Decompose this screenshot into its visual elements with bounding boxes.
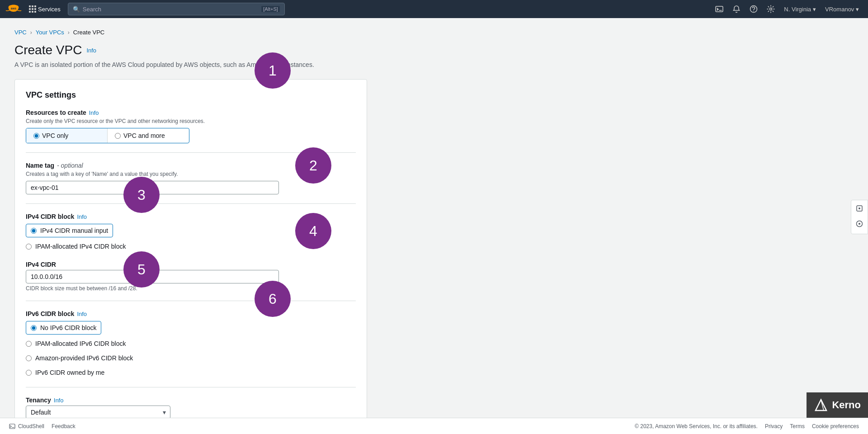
ipam-ipv6-radio[interactable] xyxy=(26,341,32,347)
annotation-6: 6 xyxy=(255,281,291,317)
breadcrumb: VPC › Your VPCs › Create VPC xyxy=(14,29,854,36)
breadcrumb-current: Create VPC xyxy=(73,29,104,36)
vpc-only-label: VPC only xyxy=(42,132,68,139)
page-description: A VPC is an isolated portion of the AWS … xyxy=(14,61,854,68)
ipv6-owned-option[interactable]: IPv6 CIDR owned by me xyxy=(26,367,356,378)
page-title: Create VPC xyxy=(14,43,82,57)
terms-link[interactable]: Terms xyxy=(790,423,805,429)
svg-point-3 xyxy=(754,11,755,12)
ipv4-cidr-hint: CIDR block size must be between /16 and … xyxy=(26,285,356,292)
vpc-only-radio[interactable] xyxy=(33,133,39,139)
ipv4-manual-label: IPv4 CIDR manual input xyxy=(40,227,108,234)
ipv4-cidr-info-link[interactable]: Info xyxy=(77,213,87,220)
feedback-link[interactable]: Feedback xyxy=(52,423,75,429)
user-button[interactable]: VRomanov ▾ xyxy=(821,4,863,14)
resources-label: Resources to create Info xyxy=(26,109,356,116)
vpc-and-more-radio[interactable] xyxy=(115,133,121,139)
services-button[interactable]: Services xyxy=(25,4,64,14)
user-label: VRomanov xyxy=(825,6,854,13)
region-label: N. Virginia xyxy=(784,6,811,13)
footer-copyright: © 2023, Amazon Web Services, Inc. or its… xyxy=(635,423,758,429)
name-tag-optional: - optional xyxy=(57,162,83,169)
sidebar-icon-2[interactable] xyxy=(853,217,866,232)
aws-logo[interactable]: aws xyxy=(5,4,22,14)
breadcrumb-your-vpcs[interactable]: Your VPCs xyxy=(36,29,64,36)
vpc-settings-card: VPC settings Resources to create Info Cr… xyxy=(14,79,367,434)
tenancy-section: Tenancy Info Default Dedicated Host ▾ xyxy=(26,396,356,419)
no-ipv6-option[interactable]: No IPv6 CIDR block xyxy=(26,321,101,335)
ipv6-owned-label: IPv6 CIDR owned by me xyxy=(35,369,104,376)
privacy-link[interactable]: Privacy xyxy=(765,423,783,429)
cookie-prefs-link[interactable]: Cookie preferences xyxy=(812,423,859,429)
breadcrumb-sep-1: › xyxy=(30,29,32,36)
ipv4-manual-radio[interactable] xyxy=(31,228,37,234)
search-icon: 🔍 xyxy=(73,6,80,13)
page-title-container: Create VPC Info xyxy=(14,43,854,57)
annotation-1: 1 xyxy=(255,52,291,89)
main-content: VPC › Your VPCs › Create VPC Create VPC … xyxy=(0,18,868,434)
tenancy-label: Tenancy Info xyxy=(26,396,356,404)
help-icon-btn[interactable] xyxy=(746,3,761,15)
svg-point-8 xyxy=(859,223,860,225)
resources-info-link[interactable]: Info xyxy=(89,109,99,116)
ipv6-cidr-info-link[interactable]: Info xyxy=(77,311,87,317)
ipv4-cidr-input-label: IPv4 CIDR xyxy=(26,261,356,268)
annotation-3: 3 xyxy=(123,177,160,213)
vpc-and-more-option[interactable]: VPC and more xyxy=(108,128,189,143)
ipv4-cidr-input-section: IPv4 CIDR CIDR block size must be betwee… xyxy=(26,261,356,292)
annotation-4: 4 xyxy=(295,213,331,249)
resources-radio-group: VPC only VPC and more xyxy=(26,128,189,143)
vpc-only-option[interactable]: VPC only xyxy=(26,128,108,143)
annotation-2: 2 xyxy=(295,147,331,184)
card-title: VPC settings xyxy=(26,90,356,100)
user-chevron: ▾ xyxy=(856,6,859,13)
search-shortcut: [Alt+S] xyxy=(261,6,280,12)
svg-point-6 xyxy=(859,208,860,209)
ipv6-owned-radio[interactable] xyxy=(26,370,32,376)
amazon-ipv6-label: Amazon-provided IPv6 CIDR block xyxy=(35,354,133,362)
ipv4-manual-option[interactable]: IPv4 CIDR manual input xyxy=(26,224,113,237)
svg-marker-9 xyxy=(816,400,826,410)
cloudshell-icon-btn[interactable] xyxy=(712,3,727,15)
right-sidebar xyxy=(851,200,868,234)
settings-icon-btn[interactable] xyxy=(763,3,778,15)
amazon-ipv6-option[interactable]: Amazon-provided IPv6 CIDR block xyxy=(26,353,356,363)
grid-icon xyxy=(29,5,36,13)
ipv6-cidr-label: IPv6 CIDR block Info xyxy=(26,310,356,317)
services-label: Services xyxy=(38,6,61,13)
ipam-ipv4-label: IPAM-allocated IPv4 CIDR block xyxy=(35,243,126,250)
search-bar[interactable]: 🔍 [Alt+S] xyxy=(68,3,285,15)
ipv6-cidr-block-section: IPv6 CIDR block Info No IPv6 CIDR block … xyxy=(26,310,356,378)
sidebar-icon-1[interactable] xyxy=(853,202,866,217)
resources-sublabel: Create only the VPC resource or the VPC … xyxy=(26,118,356,124)
svg-rect-11 xyxy=(9,424,15,429)
search-input[interactable] xyxy=(83,6,259,13)
ipv6-cidr-radio-group: No IPv6 CIDR block IPAM-allocated IPv6 C… xyxy=(26,321,356,378)
tenancy-select[interactable]: Default Dedicated Host xyxy=(26,406,170,419)
footer: CloudShell Feedback © 2023, Amazon Web S… xyxy=(0,418,868,434)
kerno-label: Kerno xyxy=(832,399,861,411)
svg-text:aws: aws xyxy=(11,7,17,10)
ipam-ipv6-option[interactable]: IPAM-allocated IPv6 CIDR block xyxy=(26,338,356,349)
footer-right: © 2023, Amazon Web Services, Inc. or its… xyxy=(635,423,859,429)
svg-point-4 xyxy=(770,8,772,10)
footer-cloudshell[interactable]: CloudShell xyxy=(9,423,44,429)
tenancy-info-link[interactable]: Info xyxy=(54,397,64,404)
no-ipv6-radio[interactable] xyxy=(31,325,37,331)
tenancy-select-wrapper: Default Dedicated Host ▾ xyxy=(26,406,170,419)
region-button[interactable]: N. Virginia ▾ xyxy=(780,4,820,14)
page-info-link[interactable]: Info xyxy=(86,47,96,54)
kerno-watermark: Kerno xyxy=(807,392,868,418)
amazon-ipv6-radio[interactable] xyxy=(26,355,32,361)
footer-left: CloudShell Feedback xyxy=(9,423,75,429)
no-ipv6-label: No IPv6 CIDR block xyxy=(40,324,96,331)
ipam-ipv4-radio[interactable] xyxy=(26,244,32,250)
svg-rect-1 xyxy=(716,6,723,12)
bell-icon-btn[interactable] xyxy=(729,3,744,15)
breadcrumb-sep-2: › xyxy=(68,29,70,36)
ipam-ipv6-label: IPAM-allocated IPv6 CIDR block xyxy=(35,340,126,347)
divider-2 xyxy=(26,203,356,204)
breadcrumb-vpc[interactable]: VPC xyxy=(14,29,27,36)
annotation-5: 5 xyxy=(123,251,160,288)
top-navigation: aws Services 🔍 [Alt+S] N. Virginia ▾ xyxy=(0,0,868,18)
